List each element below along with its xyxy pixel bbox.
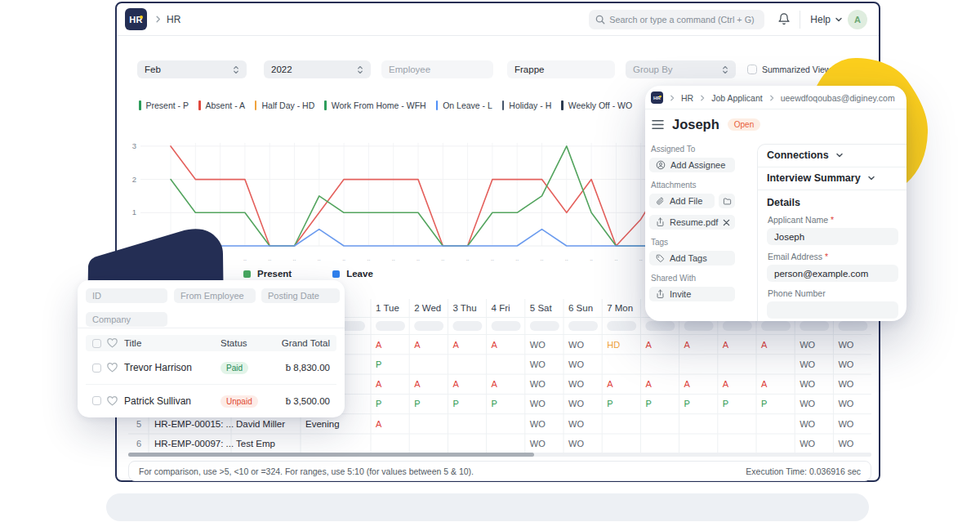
select-arrows-icon <box>233 65 239 74</box>
platform-shape <box>106 493 869 521</box>
summarized-view-checkbox[interactable] <box>747 65 757 74</box>
horizontal-scrollbar[interactable] <box>128 453 871 457</box>
remove-attachment-icon[interactable] <box>723 219 730 226</box>
hamburger-menu-icon[interactable] <box>652 119 664 130</box>
required-asterisk: * <box>831 215 834 225</box>
heart-icon[interactable] <box>107 363 118 373</box>
svg-text:WO: WO <box>838 359 853 369</box>
svg-text:7 Mon: 7 Mon <box>607 303 633 313</box>
status-legend-item: Work From Home - WFH <box>324 100 425 110</box>
search-input[interactable]: Search or type a command (Ctrl + G) <box>589 10 764 29</box>
app-logo[interactable]: HR <box>125 8 147 30</box>
share-icon <box>656 217 665 227</box>
add-assignee-button[interactable]: Add Assignee <box>649 158 735 172</box>
heart-icon[interactable] <box>107 338 118 348</box>
svg-text:A: A <box>452 340 459 350</box>
job-applicant-card: HR HR Job Applicant ueewdfoqoubas@digine… <box>645 86 906 321</box>
payroll-status-badge: Paid <box>220 362 248 374</box>
group-by-select[interactable]: Group By <box>626 60 736 78</box>
svg-text:P: P <box>761 399 767 408</box>
id-filter-input[interactable]: ID <box>86 288 167 303</box>
avatar[interactable]: A <box>848 10 867 29</box>
column-status[interactable]: Status <box>220 338 247 348</box>
attachment-chip[interactable]: Resume.pdf <box>649 215 735 230</box>
posting-date-filter-input[interactable]: Posting Date <box>261 288 340 303</box>
status-badge[interactable]: Open <box>728 118 760 131</box>
payroll-employee-name[interactable]: Trevor Harrison <box>124 362 192 373</box>
legend-color-bar <box>255 100 257 110</box>
job-breadcrumb: HR HR Job Applicant ueewdfoqoubas@digine… <box>651 91 895 104</box>
payroll-status-badge: Unpaid <box>220 395 258 408</box>
year-select[interactable]: 2022 <box>264 60 371 78</box>
payroll-table-header: Title Status Grand Total <box>86 335 336 351</box>
svg-text:..: .. <box>441 256 444 261</box>
folder-icon <box>723 197 732 206</box>
month-select[interactable]: Feb <box>137 60 247 78</box>
column-title[interactable]: Title <box>124 338 141 348</box>
bell-icon[interactable] <box>777 12 791 26</box>
svg-text:4 Fri: 4 Fri <box>492 303 510 313</box>
chevron-right-icon <box>154 16 162 23</box>
payroll-row[interactable]: Trevor Harrison Paid ƀ 8,830.00 <box>86 351 336 384</box>
company-input[interactable]: Frappe <box>507 60 615 78</box>
paperclip-icon <box>656 197 665 206</box>
list-footer: For comparison, use >5, <10 or =324. For… <box>128 461 871 481</box>
email-address-input[interactable]: person@example.com <box>767 265 898 282</box>
svg-text:WO: WO <box>530 439 546 448</box>
details-heading: Details <box>767 197 898 208</box>
job-breadcrumb-hr[interactable]: HR <box>681 93 693 103</box>
app-logo-mini[interactable]: HR <box>651 91 663 104</box>
status-legend: Present - P Absent - A Half Day - HD Wor… <box>139 100 632 110</box>
connections-section[interactable]: Connections <box>758 145 906 167</box>
svg-text:1 Tue: 1 Tue <box>376 303 399 313</box>
chevron-right-icon <box>768 95 775 101</box>
row-checkbox[interactable] <box>92 396 101 405</box>
svg-text:WO: WO <box>800 419 815 429</box>
attach-from-library-button[interactable] <box>719 194 735 208</box>
svg-text:..: .. <box>243 256 247 261</box>
add-tags-button[interactable]: Add Tags <box>649 251 735 266</box>
applicant-name-input[interactable]: Joseph <box>767 228 898 245</box>
chart-legend: Present Leave <box>243 269 373 279</box>
svg-text:WO: WO <box>568 419 584 429</box>
phone-number-input[interactable] <box>767 301 898 319</box>
job-breadcrumb-record[interactable]: ueewdfoqoubas@diginey.com <box>781 93 895 103</box>
company-filter-input[interactable]: Company <box>86 312 167 327</box>
employee-input[interactable]: Employee <box>381 60 493 78</box>
svg-text:Test Emp: Test Emp <box>236 439 275 448</box>
svg-text:A: A <box>414 379 421 389</box>
invite-button[interactable]: Invite <box>649 287 735 301</box>
svg-text:6 Sun: 6 Sun <box>568 303 593 313</box>
add-file-button[interactable]: Add File <box>649 194 715 208</box>
heart-icon[interactable] <box>107 396 118 406</box>
search-placeholder: Search or type a command (Ctrl + G) <box>609 15 754 25</box>
interview-summary-section[interactable]: Interview Summary <box>758 167 906 190</box>
status-legend-item: On Leave - L <box>436 100 492 110</box>
from-employee-filter-input[interactable]: From Employee <box>174 288 256 303</box>
svg-text:5: 5 <box>136 419 141 429</box>
job-breadcrumb-doctype[interactable]: Job Applicant <box>711 93 762 103</box>
status-legend-item: Holiday - H <box>502 100 551 110</box>
row-checkbox[interactable] <box>92 364 101 373</box>
breadcrumb-hr[interactable]: HR <box>167 14 180 25</box>
svg-text:WO: WO <box>838 379 853 389</box>
svg-text:A: A <box>761 379 768 389</box>
applicant-title: Joseph <box>672 117 719 132</box>
help-menu[interactable]: Help <box>810 14 843 25</box>
svg-text:..: .. <box>293 256 296 261</box>
chevron-right-icon <box>669 95 675 101</box>
svg-text:6: 6 <box>136 439 141 448</box>
svg-text:..: .. <box>268 256 271 261</box>
payroll-employee-name[interactable]: Patrick Sullivan <box>124 395 191 407</box>
tag-icon <box>656 254 665 263</box>
navbar: HR HR Search or type a command (Ctrl + G… <box>117 3 879 36</box>
scrollbar-thumb[interactable] <box>128 453 534 457</box>
svg-text:WO: WO <box>530 340 546 350</box>
comparison-hint: For comparison, use >5, <10 or =324. For… <box>139 466 474 476</box>
payroll-row[interactable]: Patrick Sullivan Unpaid ƀ 3,500.00 <box>86 384 336 417</box>
column-grand-total[interactable]: Grand Total <box>282 338 330 348</box>
details-section: Details Applicant Name * JosephEmail Add… <box>758 190 906 319</box>
svg-text:3: 3 <box>132 141 136 150</box>
logo-dot <box>659 96 662 98</box>
select-all-checkbox[interactable] <box>92 339 101 348</box>
